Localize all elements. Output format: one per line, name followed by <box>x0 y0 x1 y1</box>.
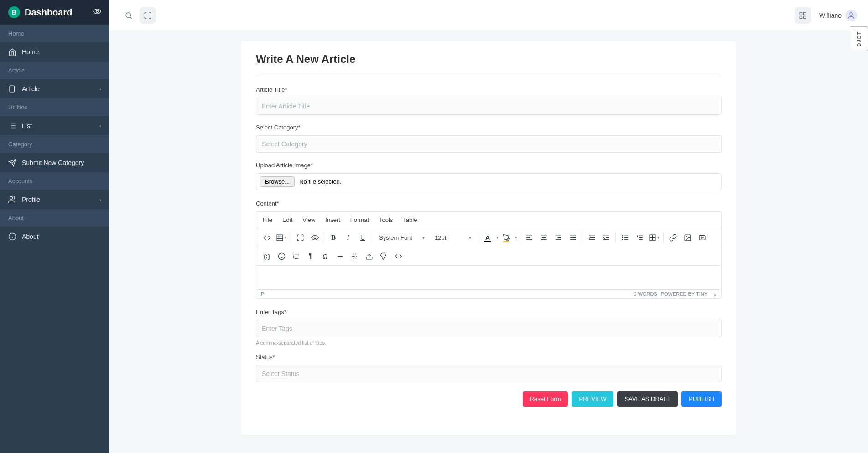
svg-line-13 <box>130 17 131 18</box>
text-color-caret[interactable]: ▾ <box>496 235 499 240</box>
anchor-icon[interactable] <box>377 249 390 263</box>
label-status: Status* <box>256 354 722 360</box>
menu-table[interactable]: Table <box>403 216 417 223</box>
table-insert-icon[interactable]: ▾ <box>647 231 661 244</box>
menu-insert[interactable]: Insert <box>325 216 340 223</box>
send-icon <box>8 159 16 167</box>
code-icon[interactable] <box>391 249 405 263</box>
label-upload-image: Upload Article Image* <box>256 162 722 169</box>
tags-help-text: A comma-separated list of tags. <box>256 340 722 345</box>
resize-handle-icon[interactable] <box>711 291 717 297</box>
preview-button[interactable]: PREVIEW <box>572 391 613 407</box>
chevron-right-icon: › <box>99 197 101 202</box>
italic-icon[interactable]: I <box>341 231 355 244</box>
section-label-utilities: Utilities <box>0 98 109 116</box>
indent-icon[interactable] <box>585 231 598 244</box>
word-count: 0 WORDS <box>634 291 657 297</box>
save-draft-button[interactable]: SAVE AS DRAFT <box>617 391 678 407</box>
section-label-accounts: Accounts <box>0 172 109 190</box>
sidebar-item-article[interactable]: Article › <box>0 79 109 98</box>
svg-rect-1 <box>10 86 15 92</box>
code-sample-icon[interactable]: {;} <box>260 249 274 263</box>
sidebar-item-profile[interactable]: Profile › <box>0 190 109 209</box>
editor-menu-bar: File Edit View Insert Format Tools Table <box>256 212 721 228</box>
menu-view[interactable]: View <box>302 216 315 223</box>
search-button[interactable] <box>120 7 137 24</box>
editor-toolbar-2: {;} ¶ Ω <box>256 247 721 266</box>
svg-point-0 <box>96 10 99 13</box>
align-right-icon[interactable] <box>551 231 565 244</box>
fullscreen-editor-icon[interactable] <box>293 231 307 244</box>
editor-content-area[interactable] <box>256 266 721 289</box>
upload-icon[interactable] <box>362 249 376 263</box>
sidebar-item-home[interactable]: Home <box>0 42 109 62</box>
sidebar-item-list[interactable]: List › <box>0 116 109 135</box>
section-label-home: Home <box>0 25 109 42</box>
special-char-icon[interactable]: Ω <box>318 249 332 263</box>
align-justify-icon[interactable] <box>566 231 580 244</box>
nav-label: List <box>22 122 32 129</box>
text-color-icon[interactable]: A <box>481 231 494 244</box>
menu-file[interactable]: File <box>263 216 272 223</box>
article-title-input[interactable] <box>256 98 722 115</box>
menu-edit[interactable]: Edit <box>282 216 292 223</box>
label-select-category: Select Category* <box>256 124 722 131</box>
sidebar-item-about[interactable]: About <box>0 227 109 246</box>
underline-icon[interactable]: U <box>356 231 369 244</box>
pagebreak-icon[interactable] <box>348 249 361 263</box>
highlight-caret[interactable]: ▾ <box>515 235 517 240</box>
table-icon[interactable]: ▾ <box>275 231 288 244</box>
nonbreaking-icon[interactable] <box>289 249 303 263</box>
emoji-icon[interactable] <box>275 249 288 263</box>
browse-button[interactable]: Browse... <box>260 176 295 187</box>
nav-label: Article <box>22 85 40 93</box>
media-icon[interactable] <box>695 231 709 244</box>
menu-format[interactable]: Format <box>350 216 369 223</box>
fullscreen-button[interactable] <box>140 7 156 24</box>
nav-label: About <box>22 233 39 240</box>
sidebar-toggle-icon[interactable] <box>93 7 101 17</box>
section-label-article: Article <box>0 62 109 79</box>
preview-eye-icon[interactable] <box>308 231 322 244</box>
pilcrow-icon[interactable]: ¶ <box>304 249 317 263</box>
django-debug-toolbar[interactable]: DJDT <box>851 26 868 51</box>
section-label-category: Category <box>0 135 109 153</box>
logo-badge: B <box>8 6 20 18</box>
nav-label: Profile <box>22 196 40 203</box>
label-content: Content* <box>256 200 722 207</box>
source-code-icon[interactable] <box>260 231 274 244</box>
svg-rect-15 <box>803 12 806 15</box>
avatar <box>845 10 857 21</box>
outdent-icon[interactable] <box>599 231 613 244</box>
menu-tools[interactable]: Tools <box>379 216 393 223</box>
tags-input[interactable] <box>256 320 722 337</box>
align-left-icon[interactable] <box>522 231 536 244</box>
svg-rect-57 <box>699 235 705 240</box>
logo-text: Dashboard <box>25 7 72 18</box>
publish-button[interactable]: PUBLISH <box>681 391 722 407</box>
svg-point-18 <box>850 13 852 15</box>
svg-point-46 <box>622 235 623 236</box>
file-input-wrap: Browse... No file selected. <box>256 173 722 190</box>
category-select[interactable]: Select Category <box>256 135 722 153</box>
bullet-list-icon[interactable] <box>618 231 632 244</box>
bold-icon[interactable]: B <box>327 231 340 244</box>
image-icon[interactable] <box>681 231 694 244</box>
number-list-icon[interactable] <box>633 231 646 244</box>
user-menu[interactable]: Williano <box>819 10 857 21</box>
svg-rect-16 <box>800 16 802 18</box>
hr-icon[interactable] <box>333 249 347 263</box>
highlight-color-icon[interactable] <box>499 231 513 244</box>
link-icon[interactable] <box>666 231 680 244</box>
rich-text-editor: File Edit View Insert Format Tools Table… <box>256 211 722 299</box>
reset-button[interactable]: Reset Form <box>523 391 568 407</box>
section-label-about: About <box>0 209 109 227</box>
sidebar-item-submit-category[interactable]: Submit New Category <box>0 153 109 172</box>
status-select[interactable]: Select Status <box>256 365 722 382</box>
apps-grid-button[interactable] <box>795 7 811 24</box>
main: Williano Write A New Article Article Tit… <box>109 0 868 453</box>
label-article-title: Article Title* <box>256 86 722 93</box>
align-center-icon[interactable] <box>537 231 551 244</box>
font-family-select[interactable]: System Font▾ <box>374 231 429 244</box>
font-size-select[interactable]: 12pt▾ <box>430 231 476 244</box>
